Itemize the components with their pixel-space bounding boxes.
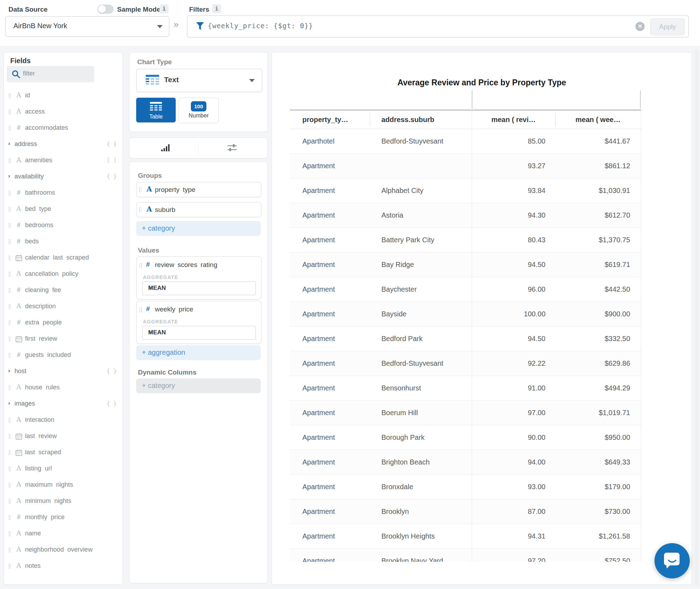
field-label: accommodates xyxy=(25,124,68,132)
number-chart-button[interactable]: 100 Number xyxy=(179,98,219,123)
add-category-button[interactable]: + category xyxy=(136,221,261,236)
add-aggregation-button[interactable]: + aggregation xyxy=(136,345,261,360)
cell-address-suburb: Bedford-Stuyvesant xyxy=(381,351,466,376)
drag-handle-icon xyxy=(9,207,12,212)
field-item-extra-people[interactable]: #extra people xyxy=(4,315,122,331)
collapse-chevrons-icon[interactable]: » xyxy=(174,19,179,30)
cell-address-suburb: Bay Ridge xyxy=(381,253,466,277)
field-item-bed-type[interactable]: Abed type xyxy=(4,201,122,218)
sample-mode-toggle[interactable] xyxy=(97,5,114,14)
calendar-icon xyxy=(15,255,23,263)
chevron-right-icon[interactable]: › xyxy=(8,140,10,147)
header-divider[interactable] xyxy=(555,113,556,126)
cell-address-suburb: Brooklyn xyxy=(381,499,466,524)
sample-mode-info-icon[interactable]: i xyxy=(159,4,169,13)
string-type-icon: A xyxy=(146,185,153,193)
filter-query-input[interactable]: {weekly_price: {$gt: 0}} ✕ Apply xyxy=(187,16,689,37)
clear-filter-icon[interactable]: ✕ xyxy=(635,22,645,31)
field-item-neighborhood-overview[interactable]: Aneighborhood overview xyxy=(4,542,122,558)
apply-button[interactable]: Apply xyxy=(650,18,685,35)
string-type-icon: A xyxy=(15,529,23,537)
search-placeholder: filter xyxy=(23,70,35,77)
drag-handle-icon xyxy=(9,385,12,390)
field-item-maximum-nights[interactable]: Amaximum nights xyxy=(4,477,122,493)
field-item-description[interactable]: Adescription xyxy=(4,299,122,315)
cell-address-suburb: Bronxdale xyxy=(381,475,466,499)
field-search-input[interactable]: filter xyxy=(7,66,94,82)
field-item-address[interactable]: ›address{ } xyxy=(4,136,122,153)
field-item-interaction[interactable]: Ainteraction xyxy=(4,412,122,429)
groups-label: Groups xyxy=(138,172,162,180)
filters-info-icon[interactable]: i xyxy=(212,4,221,13)
aggregate-select[interactable]: MEAN xyxy=(142,326,256,340)
string-type-icon: A xyxy=(15,383,23,391)
field-label: neighborhood overview xyxy=(25,546,92,553)
scrollbar[interactable] xyxy=(694,49,699,585)
data-source-select[interactable]: AirBnB New York xyxy=(5,16,169,37)
field-item-last-review[interactable]: last review xyxy=(4,429,122,445)
header-property-type[interactable]: property_ty… xyxy=(302,110,366,129)
field-item-cleaning-fee[interactable]: #cleaning fee xyxy=(4,283,122,299)
chat-bubble-icon xyxy=(664,552,680,570)
field-item-first-review[interactable]: first review xyxy=(4,331,122,347)
value-card-review-scores[interactable]: # review scores rating AGGREGATE MEAN xyxy=(136,256,261,299)
table-row: ApartmentBensonhurst91.00$494.29 xyxy=(290,376,641,401)
field-label: extra people xyxy=(25,319,62,326)
field-item-name[interactable]: Aname xyxy=(4,526,122,542)
field-item-last-scraped[interactable]: last scraped xyxy=(4,445,122,461)
header-mean-review[interactable]: mean ( revi… xyxy=(472,110,555,129)
cell-mean-weekly: $730.00 xyxy=(555,499,630,524)
drag-handle-icon xyxy=(9,288,12,293)
drag-handle-icon xyxy=(9,531,12,536)
field-item-listing-url[interactable]: Alisting url xyxy=(4,461,122,477)
field-item-id[interactable]: Aid xyxy=(4,88,122,104)
aggregate-select[interactable]: MEAN xyxy=(142,281,256,295)
group-pill-property-type[interactable]: A property type xyxy=(136,182,261,197)
chart-preview-panel: Average Review and Price by Property Typ… xyxy=(272,52,692,585)
field-item-monthly-price[interactable]: #monthly price xyxy=(4,510,122,526)
chart-type-select[interactable]: Text xyxy=(136,69,262,92)
field-item-images[interactable]: ›images{ } xyxy=(4,396,122,412)
subdocument-type-icon: [ ] xyxy=(107,157,117,163)
field-item-cancellation-policy[interactable]: Acancellation policy xyxy=(4,266,122,283)
field-item-availability[interactable]: ›availability{ } xyxy=(4,169,122,185)
chat-launcher-button[interactable] xyxy=(654,543,690,578)
chevron-right-icon[interactable]: › xyxy=(8,172,10,180)
field-item-guests-included[interactable]: #guests included xyxy=(4,347,122,364)
field-item-house-rules[interactable]: Ahouse rules xyxy=(4,380,122,396)
bar-chart-tab-icon[interactable] xyxy=(161,144,170,152)
table-button-label: Table xyxy=(136,114,176,120)
column-resize-tick[interactable] xyxy=(640,90,641,109)
value-card-weekly-price[interactable]: # weekly price AGGREGATE MEAN xyxy=(136,301,261,344)
drag-handle-icon xyxy=(9,499,12,504)
field-item-beds[interactable]: #beds xyxy=(4,234,122,250)
header-mean-weekly[interactable]: mean ( wee… xyxy=(555,110,641,129)
group-pill-suburb[interactable]: A suburb xyxy=(136,202,261,217)
table-chart-button[interactable]: Table xyxy=(136,98,176,122)
field-item-minimum-nights[interactable]: Aminimum nights xyxy=(4,493,122,510)
chevron-right-icon[interactable]: › xyxy=(8,367,10,374)
field-item-calendar-last-scraped[interactable]: calendar last scraped xyxy=(4,250,122,266)
header-address-suburb[interactable]: address.suburb xyxy=(381,110,466,129)
subdocument-type-icon: { } xyxy=(107,140,117,147)
data-table: property_ty… address.suburb mean ( revi…… xyxy=(290,110,641,562)
sliders-tab-icon[interactable] xyxy=(228,144,237,152)
field-item-bathrooms[interactable]: #bathrooms xyxy=(4,185,122,201)
add-category-label: + category xyxy=(142,224,175,232)
cell-property-type: Apartment xyxy=(302,475,366,499)
field-item-host[interactable]: ›host{ } xyxy=(4,364,122,380)
field-item-amenities[interactable]: Aamenities[ ] xyxy=(4,153,122,169)
column-resize-tick[interactable] xyxy=(472,90,472,109)
drag-handle-icon xyxy=(9,547,12,553)
field-item-access[interactable]: Aaccess xyxy=(4,104,122,120)
cell-property-type: Apartment xyxy=(302,327,366,351)
cell-address-suburb: Borough Park xyxy=(381,425,466,450)
field-label: interaction xyxy=(25,416,54,424)
chevron-right-icon[interactable]: › xyxy=(8,400,10,407)
field-item-bedrooms[interactable]: #bedrooms xyxy=(4,218,122,234)
header-divider[interactable] xyxy=(370,113,370,126)
field-item-accommodates[interactable]: #accommodates xyxy=(4,120,122,136)
cell-mean-review: 91.00 xyxy=(472,376,545,400)
field-label: last scraped xyxy=(25,449,61,456)
field-item-notes[interactable]: Anotes xyxy=(4,558,122,575)
